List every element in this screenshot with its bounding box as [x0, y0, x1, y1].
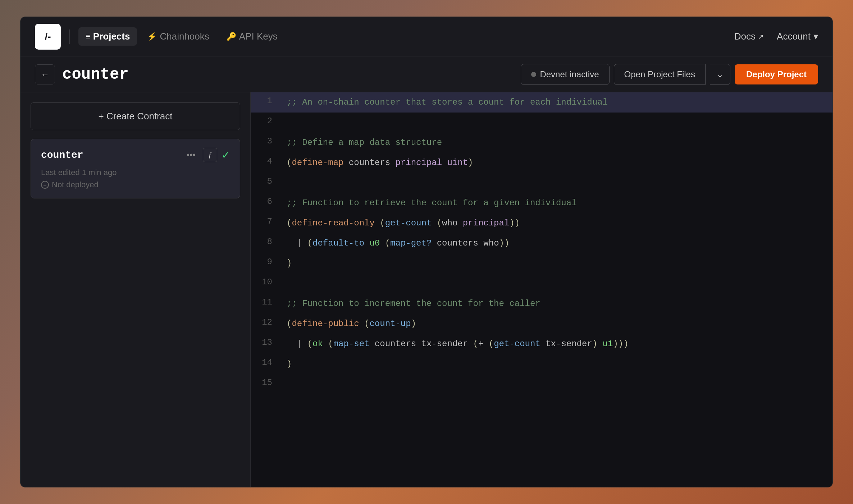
line-code: ;; An on-chain counter that stores a cou…	[279, 92, 833, 113]
deploy-label: Deploy Project	[746, 69, 807, 79]
code-line: 14)	[251, 354, 833, 374]
code-token	[375, 218, 380, 228]
code-token: |	[287, 238, 307, 248]
code-token: |	[287, 339, 307, 349]
create-contract-button[interactable]: + Create Contract	[31, 102, 240, 130]
code-token: (	[287, 218, 292, 228]
code-token: define-public	[292, 319, 359, 329]
nav-tabs: ≡ Projects ⚡ Chainhooks 🔑 API Keys	[78, 27, 285, 46]
code-token: ;; Function to increment the count for t…	[287, 299, 540, 308]
code-token: ))	[509, 218, 520, 228]
devnet-button[interactable]: Devnet inactive	[521, 64, 609, 85]
account-label: Account	[777, 31, 811, 42]
devnet-label: Devnet inactive	[540, 69, 599, 79]
code-content: 1;; An on-chain counter that stores a co…	[251, 92, 833, 394]
code-token: principal	[395, 158, 442, 168]
open-files-label: Open Project Files	[624, 69, 695, 79]
line-code	[279, 173, 833, 193]
line-code: (define-map counters principal uint)	[279, 153, 833, 173]
nav-right: Docs ↗ Account ▾	[734, 31, 818, 42]
line-number: 8	[251, 233, 279, 250]
code-token: principal	[463, 218, 510, 228]
code-line: 11;; Function to increment the count for…	[251, 294, 833, 314]
contract-status-text: Not deployed	[52, 180, 99, 189]
line-number: 13	[251, 334, 279, 351]
code-token: ))	[499, 238, 510, 248]
code-token: map-set	[333, 339, 370, 349]
line-code: ;; Define a map data structure	[279, 133, 833, 153]
contract-card: counter ••• ƒ ✓ Last edited 1 min ago – …	[31, 139, 240, 198]
code-line: 12(define-public (count-up)	[251, 314, 833, 334]
code-token	[442, 158, 447, 168]
code-token: ok	[313, 339, 323, 349]
code-token: ;; Function to retrieve the count for a …	[287, 198, 577, 208]
code-token: ;; An on-chain counter that stores a cou…	[287, 97, 608, 107]
contract-menu-button[interactable]: •••	[184, 148, 199, 161]
code-token: )	[287, 258, 292, 268]
code-line: 10	[251, 274, 833, 294]
contract-card-header: counter ••• ƒ ✓	[41, 148, 230, 162]
line-code: (define-public (count-up)	[279, 314, 833, 334]
tab-projects[interactable]: ≡ Projects	[78, 27, 137, 46]
function-icon: ƒ	[208, 151, 212, 159]
account-button[interactable]: Account ▾	[777, 31, 818, 42]
code-token: )	[592, 339, 597, 349]
code-token: (	[437, 218, 442, 228]
line-number: 14	[251, 354, 279, 371]
logo[interactable]: /-	[35, 24, 61, 50]
tab-api-keys[interactable]: 🔑 API Keys	[219, 27, 285, 46]
code-line: 5	[251, 173, 833, 193]
line-number: 15	[251, 374, 279, 391]
code-token: who	[442, 218, 463, 228]
code-token: )	[287, 359, 292, 369]
create-contract-label: + Create Contract	[99, 111, 173, 122]
project-title: counter	[62, 65, 129, 83]
line-code: | (default-to u0 (map-get? counters who)…	[279, 233, 833, 253]
code-editor[interactable]: 1;; An on-chain counter that stores a co…	[251, 92, 833, 487]
code-token	[380, 238, 385, 248]
code-token	[323, 339, 328, 349]
projects-icon: ≡	[86, 32, 90, 41]
contract-check-icon: ✓	[222, 149, 230, 161]
code-line: 4(define-map counters principal uint)	[251, 153, 833, 173]
code-token: u1	[603, 339, 613, 349]
line-number: 9	[251, 253, 279, 270]
code-token: )	[468, 158, 473, 168]
deploy-button[interactable]: Deploy Project	[735, 64, 818, 84]
code-token: tx-sender	[540, 339, 592, 349]
back-button[interactable]: ←	[35, 64, 55, 84]
line-code	[279, 274, 833, 294]
code-token	[364, 238, 369, 248]
code-token: +	[478, 339, 489, 349]
docs-label: Docs	[734, 31, 756, 42]
code-token: (	[385, 238, 390, 248]
line-number: 10	[251, 274, 279, 290]
code-token: default-to	[313, 238, 364, 248]
code-token: counters	[343, 158, 395, 168]
code-token	[597, 339, 602, 349]
tab-chainhooks[interactable]: ⚡ Chainhooks	[140, 27, 216, 46]
open-project-files-button[interactable]: Open Project Files	[614, 64, 706, 85]
docs-link[interactable]: Docs ↗	[734, 31, 764, 42]
line-code: | (ok (map-set counters tx-sender (+ (ge…	[279, 334, 833, 354]
code-token	[432, 218, 437, 228]
code-line: 6;; Function to retrieve the count for a…	[251, 193, 833, 213]
open-files-chevron-button[interactable]: ⌄	[710, 64, 730, 85]
line-code: )	[279, 354, 833, 374]
nav-divider	[69, 29, 70, 44]
code-token: ;; Define a map data structure	[287, 138, 442, 147]
tab-projects-label: Projects	[93, 31, 130, 42]
contract-function-button[interactable]: ƒ	[203, 148, 217, 162]
code-token: (	[380, 218, 385, 228]
main-window: /- ≡ Projects ⚡ Chainhooks 🔑 API Keys Do…	[20, 17, 833, 487]
not-deployed-icon: –	[41, 181, 49, 189]
chainhooks-icon: ⚡	[147, 32, 157, 41]
line-number: 12	[251, 314, 279, 331]
line-number: 4	[251, 153, 279, 170]
project-header: ← counter Devnet inactive Open Project F…	[20, 56, 833, 92]
line-code: ;; Function to retrieve the count for a …	[279, 193, 833, 213]
code-token: (	[307, 238, 313, 248]
code-token: get-count	[494, 339, 540, 349]
line-number: 7	[251, 213, 279, 230]
tab-api-keys-label: API Keys	[239, 31, 278, 42]
